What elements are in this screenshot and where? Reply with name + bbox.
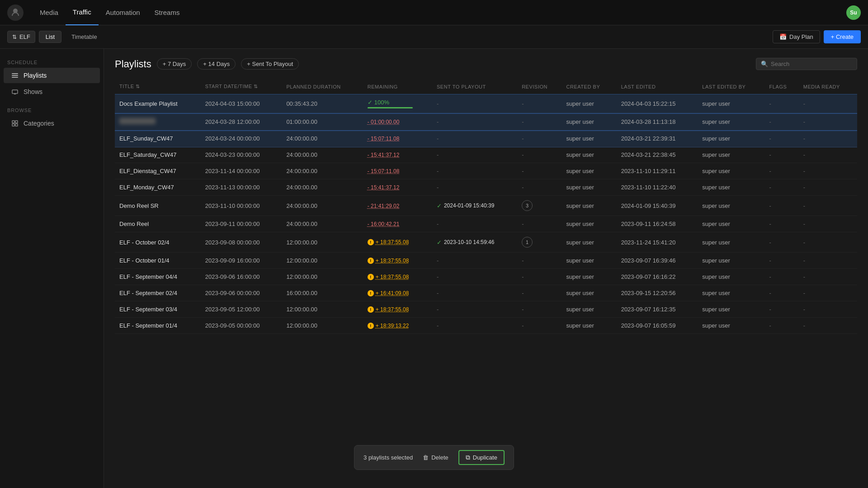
cell-flags: - [765,147,799,163]
cell-last-edited: 2023-11-24 15:41:20 [617,232,698,253]
nav-item-streams[interactable]: Streams [147,0,187,25]
col-flags: FLAGS [765,79,799,94]
cell-planned-duration: 12:00:00.00 [282,269,363,285]
cell-last-edited-by: super user [698,131,764,147]
duplicate-icon: ⧉ [466,454,470,461]
svg-rect-4 [12,90,18,94]
table-row[interactable]: ELF_Saturday_CW47 2024-03-23 00:00:00 24… [115,147,857,163]
cell-start-date: 2024-04-03 15:00:00 [201,94,282,113]
duplicate-button[interactable]: ⧉ Duplicate [458,450,505,465]
cell-title: ELF_Sunday_CW47 [115,131,201,147]
cell-remaining: ! + 16:41:09.08 [363,285,432,301]
create-button[interactable]: + Create [824,30,861,43]
page-header: Playlists + 7 Days + 14 Days + Sent To P… [115,58,857,70]
elf-selector[interactable]: ⇅ ELF [7,31,35,43]
table-row[interactable]: Docs Example Playlist 2024-04-03 15:00:0… [115,94,857,113]
cell-start-date: 2023-11-14 00:00:00 [201,163,282,179]
cell-flags: - [765,113,799,131]
cell-media-ready: - [799,253,857,269]
cell-created-by: super user [561,196,616,216]
cell-sent-to-playout: - [432,131,517,147]
col-sent-to-playout: SENT TO PLAYOUT [432,79,517,94]
cell-remaining: ! + 18:39:13.22 [363,318,432,334]
table-row[interactable]: ELF - September 02/4 2023-09-06 00:00:00… [115,285,857,301]
row-title: Demo Reel SR [119,202,159,209]
cell-revision: - [517,131,561,147]
nav-item-traffic[interactable]: Traffic [66,0,99,25]
table-row[interactable]: ELF - September 03/4 2023-09-05 12:00:00… [115,301,857,318]
cell-sent-to-playout: - [432,253,517,269]
day-plan-button[interactable]: 📅 Day Plan [773,30,820,43]
cell-last-edited: 2023-09-07 16:05:59 [617,318,698,334]
cell-last-edited-by: super user [698,232,764,253]
cell-last-edited-by: super user [698,269,764,285]
tab-timetable[interactable]: Timetable [65,31,104,42]
cell-sent-to-playout: - [432,318,517,334]
sidebar-item-shows[interactable]: Shows [4,84,100,99]
trash-icon: 🗑 [423,454,429,461]
cell-flags: - [765,163,799,179]
delete-button[interactable]: 🗑 Delete [418,451,453,464]
table-row[interactable]: ELF - September 04/4 2023-09-06 16:00:00… [115,269,857,285]
cell-created-by: super user [561,216,616,232]
nav-item-media[interactable]: Media [33,0,66,25]
page-title: Playlists [115,58,151,70]
cell-planned-duration: 24:00:00.00 [282,179,363,196]
cell-created-by: super user [561,269,616,285]
table-row[interactable]: Demo Reel 2023-09-11 00:00:00 24:00:00.0… [115,216,857,232]
table-row[interactable]: ELF - October 02/4 2023-09-08 00:00:00 1… [115,232,857,253]
svg-rect-8 [12,124,14,126]
cell-start-date: 2023-09-08 00:00:00 [201,232,282,253]
sidebar-item-categories[interactable]: Categories [4,116,100,131]
add-sent-button[interactable]: + Sent To Playout [241,58,299,70]
user-avatar[interactable]: Su [846,5,861,20]
col-last-edited-by: LAST EDITED BY [698,79,764,94]
cell-flags: - [765,269,799,285]
cell-revision: - [517,285,561,301]
search-input[interactable] [771,61,852,67]
cell-last-edited-by: super user [698,318,764,334]
col-planned-duration: PLANNED DURATION [282,79,363,94]
cell-planned-duration: 24:00:00.00 [282,131,363,147]
cell-remaining: ! + 18:37:55.08 [363,301,432,318]
cell-flags: - [765,131,799,147]
cell-last-edited: 2023-09-11 16:24:58 [617,216,698,232]
cell-revision: - [517,216,561,232]
cell-title: ELF_Monday_CW47 [115,179,201,196]
cell-flags: - [765,196,799,216]
cell-start-date: 2023-09-06 00:00:00 [201,285,282,301]
cell-created-by: super user [561,253,616,269]
add-14days-button[interactable]: + 14 Days [197,58,236,70]
cell-planned-duration: 12:00:00.00 [282,301,363,318]
cell-last-edited: 2023-09-07 16:12:35 [617,301,698,318]
sub-nav: ⇅ ELF List Timetable 📅 Day Plan + Create [0,25,868,49]
table-row[interactable]: 2024-03-28 12:00:00 01:00:00.00 - 01:00:… [115,113,857,131]
cell-sent-to-playout: - [432,113,517,131]
tv-icon [11,89,19,95]
cell-title: ELF - October 01/4 [115,253,201,269]
table-row[interactable]: ELF - October 01/4 2023-09-09 16:00:00 1… [115,253,857,269]
cell-sent-to-playout: - [432,301,517,318]
day-plan-label: Day Plan [789,33,813,40]
cell-revision: - [517,253,561,269]
col-start-date[interactable]: START DATE/TIME ⇅ [201,79,282,94]
table-row[interactable]: ELF_Sunday_CW47 2024-03-24 00:00:00 24:0… [115,131,857,147]
sidebar-item-playlists[interactable]: Playlists [4,68,100,83]
nav-item-automation[interactable]: Automation [99,0,147,25]
cell-created-by: super user [561,318,616,334]
col-media-ready: MEDIA READY [799,79,857,94]
table-row[interactable]: ELF - September 01/4 2023-09-05 00:00:00… [115,318,857,334]
table-row[interactable]: ELF_Monday_CW47 2023-11-13 00:00:00 24:0… [115,179,857,196]
table-row[interactable]: Demo Reel SR 2023-11-10 00:00:00 24:00:0… [115,196,857,216]
cell-remaining: - 15:41:37.12 [363,147,432,163]
table-row[interactable]: ELF_Dienstag_CW47 2023-11-14 00:00:00 24… [115,163,857,179]
tab-list[interactable]: List [39,31,61,43]
sidebar-section-browse: BROWSE [0,100,104,115]
cell-start-date: 2023-09-11 00:00:00 [201,216,282,232]
cell-media-ready: - [799,216,857,232]
cell-start-date: 2023-09-05 12:00:00 [201,301,282,318]
add-7days-button[interactable]: + 7 Days [157,58,192,70]
cell-planned-duration: 12:00:00.00 [282,232,363,253]
logo[interactable] [7,5,24,21]
col-title[interactable]: TITLE ⇅ [115,79,201,94]
